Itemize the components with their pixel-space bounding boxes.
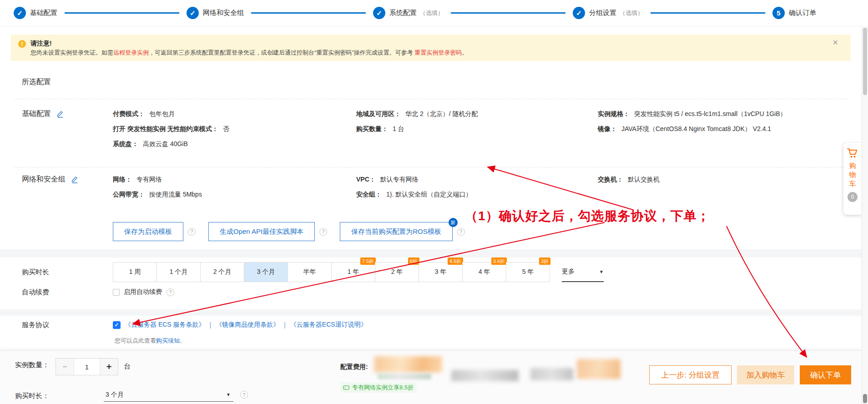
ecs-terms-link[interactable]: 《云服务器 ECS 服务条款》: [125, 321, 205, 329]
remote-login-link[interactable]: 远程登录实例: [113, 49, 149, 56]
template-action-group: 保存为启动模板 ?: [113, 222, 196, 241]
duration-option-4year[interactable]: 4 年3.6折: [462, 262, 506, 282]
step-basic-config[interactable]: ✓ 基础配置: [14, 7, 57, 19]
discount-badge: 6折: [408, 258, 419, 265]
network-config-label: 网络和安全组: [22, 175, 66, 184]
option-label: 1 年: [348, 268, 359, 276]
confirm-order-button[interactable]: 确认下单: [800, 365, 851, 384]
order-footer-bar: 实例数量： − 1 + 台 购买时长： 3 个月 ▼ ? 配置费用: 专有网络实…: [0, 350, 862, 404]
floating-cart-widget[interactable]: 购物车 0: [843, 143, 862, 215]
check-icon: ✓: [114, 322, 119, 328]
generate-api-script-button[interactable]: 生成Open API最佳实践脚本: [208, 222, 315, 241]
section-separator: [0, 309, 862, 316]
help-icon[interactable]: ?: [240, 391, 248, 399]
step-label: 确认订单: [789, 9, 816, 17]
option-label: 4 年: [479, 268, 490, 276]
quantity-value: 1: [74, 359, 100, 375]
image-terms-link[interactable]: 《镜像商品使用条款》: [216, 321, 279, 329]
config-item: 镜像：JAVA环境（CentOS8.4 Nginx Tomcat8 JDK） V…: [598, 124, 862, 133]
auto-renew-label: 自动续费: [0, 287, 113, 298]
auto-renew-checkbox[interactable]: [113, 289, 120, 296]
agreement-links: 《云服务器 ECS 服务条款》 | 《镜像商品使用条款》 | 《云服务器ECS退…: [125, 321, 367, 329]
option-label: 1 个月: [170, 268, 188, 276]
reset-password-link[interactable]: 重置实例登录密码: [414, 49, 462, 56]
agreement-checkbox-checked[interactable]: ✓: [113, 321, 121, 329]
purchase-notes-link[interactable]: 购买须知: [156, 337, 180, 344]
duration-option-2month[interactable]: 2 个月: [200, 262, 244, 282]
duration-option-3month-selected[interactable]: 3 个月: [244, 262, 288, 282]
refund-policy-link[interactable]: 《云服务器ECS退订说明》: [290, 321, 367, 329]
add-to-cart-button[interactable]: 加入购物车: [737, 365, 794, 384]
config-item: 付费模式：包年包月: [113, 109, 356, 118]
banner-text: ，可返回第三步系统配置里配置登录凭证，或创建后通过控制台“重置实例密码”操作完成…: [149, 49, 414, 56]
new-badge: 新: [449, 218, 458, 227]
edit-basic-config-icon[interactable]: [56, 110, 64, 120]
step-number-badge: 5: [772, 7, 785, 19]
help-icon[interactable]: ?: [319, 228, 327, 236]
scrollbar-thumb-bottom[interactable]: [863, 394, 867, 403]
basic-config-grid: 付费模式：包年包月 地域及可用区：华北 2（北京）/ 随机分配 实例规格：突发性…: [113, 109, 862, 148]
basic-config-side: 基础配置: [0, 109, 113, 148]
duration-more-dropdown[interactable]: 更多 ▼: [562, 262, 604, 282]
help-icon[interactable]: ?: [457, 228, 465, 236]
banner-text: 。: [462, 49, 468, 56]
help-icon[interactable]: ?: [167, 288, 174, 296]
duration-option-1year[interactable]: 1 年7.5折: [331, 262, 375, 282]
config-item: 交换机：默认交换机: [598, 175, 862, 184]
banner-text: 您尚未设置实例登录凭证。如需: [30, 49, 113, 56]
banner-title: 请注意!: [30, 39, 468, 48]
option-label: 半年: [303, 268, 316, 276]
option-label: 5 年: [522, 268, 534, 276]
duration-option-1week[interactable]: 1 周: [113, 262, 157, 282]
minus-icon[interactable]: −: [56, 359, 74, 375]
step-label: 网络和安全组: [203, 9, 244, 17]
redacted-price: [451, 370, 519, 381]
step-connector: [251, 12, 366, 14]
template-action-group: 生成Open API最佳实践脚本 ?: [208, 222, 327, 241]
config-item: 安全组：1). 默认安全组（自定义端口）: [356, 190, 598, 199]
step-check-icon: ✓: [373, 7, 385, 19]
login-credential-notice-banner: ! 请注意! 您尚未设置实例登录凭证。如需远程登录实例，可返回第三步系统配置里配…: [11, 35, 851, 61]
footer-duration-select[interactable]: 3 个月 ▼: [104, 388, 233, 402]
step-grouping[interactable]: ✓ 分组设置 （选填）: [573, 7, 643, 19]
step-confirm-order[interactable]: 5 确认订单: [772, 7, 816, 19]
selected-config-title: 所选配置: [22, 77, 51, 87]
config-item: 网络：专有网络: [113, 175, 356, 184]
config-item: 实例规格：突发性能实例 t5 / ecs.t5-lc1m1.small（1vCP…: [598, 109, 862, 118]
ecs-order-confirm-page: ✓ 基础配置 ✓ 网络和安全组 ✓ 系统配置 （选填） ✓ 分组设置 （选填） …: [0, 0, 868, 404]
duration-option-1month[interactable]: 1 个月: [156, 262, 201, 282]
option-label: 1 周: [129, 268, 141, 276]
config-item: VPC：默认专有网络: [356, 175, 598, 184]
warning-icon: !: [18, 40, 26, 48]
step-system-config[interactable]: ✓ 系统配置 （选填）: [373, 7, 444, 19]
step-connector: [651, 12, 765, 14]
step-network-security[interactable]: ✓ 网络和安全组: [187, 7, 244, 19]
step-label: 系统配置: [389, 9, 417, 17]
help-icon[interactable]: ?: [188, 228, 196, 236]
template-actions-row: 保存为启动模板 ? 生成Open API最佳实践脚本 ? 保存当前购买配置为RO…: [113, 222, 478, 241]
link-separator: |: [210, 321, 212, 328]
purchase-duration-row: 购买时长 1 周 1 个月 2 个月 3 个月 半年 1 年7.5折 2 年6折…: [0, 262, 862, 282]
plus-icon[interactable]: +: [100, 359, 118, 375]
agreement-label: 服务协议: [0, 319, 113, 330]
auto-renew-row: 自动续费 启用自动续费 ?: [0, 287, 862, 298]
note-text: 您可以点此查看: [115, 337, 156, 344]
close-icon[interactable]: ×: [833, 38, 838, 47]
network-config-side: 网络和安全组: [0, 175, 113, 199]
duration-option-2year[interactable]: 2 年6折: [375, 262, 419, 282]
edit-network-config-icon[interactable]: [71, 176, 79, 185]
cart-count-badge: 0: [848, 192, 858, 202]
scrollbar-thumb[interactable]: [863, 28, 867, 95]
chevron-down-icon: ▼: [226, 392, 231, 397]
duration-option-5year[interactable]: 5 年3折: [506, 262, 550, 282]
wizard-stepper: ✓ 基础配置 ✓ 网络和安全组 ✓ 系统配置 （选填） ✓ 分组设置 （选填） …: [0, 0, 862, 26]
save-ros-template-button[interactable]: 保存当前购买配置为ROS模板 新: [340, 222, 453, 241]
instance-qty-label: 实例数量：: [15, 361, 49, 369]
duration-option-halfyear[interactable]: 半年: [288, 262, 332, 282]
step-connector: [451, 12, 565, 14]
prev-step-button[interactable]: 上一步: 分组设置: [649, 365, 732, 384]
note-text: 。: [180, 337, 186, 344]
step-connector: [65, 12, 179, 14]
duration-option-3year[interactable]: 3 年4.5折: [419, 262, 463, 282]
save-launch-template-button[interactable]: 保存为启动模板: [113, 222, 183, 241]
